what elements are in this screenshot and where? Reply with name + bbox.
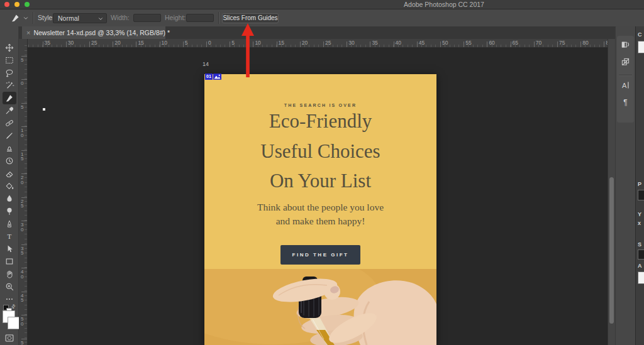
slice-number-badge: 01	[205, 74, 213, 80]
rectangle-tool[interactable]	[3, 255, 16, 268]
ruler-label: 20	[114, 40, 120, 46]
slices-from-guides-button[interactable]: Slices From Guides	[222, 13, 279, 23]
ruler-tick	[417, 41, 418, 47]
panel-fragment-field[interactable]	[638, 271, 644, 284]
panel-fragment-label: A	[638, 263, 642, 269]
right-edge-panel: CPYxSA	[635, 26, 644, 345]
ruler-label: 30	[348, 40, 354, 46]
panel-fragment-label: S	[638, 241, 641, 248]
path-selection-tool[interactable]	[3, 243, 16, 255]
tab-close-icon[interactable]: ×	[26, 26, 30, 39]
history-brush-tool[interactable]	[3, 155, 16, 167]
ruler-tick	[206, 41, 207, 47]
divider	[619, 75, 632, 76]
dodge-tool[interactable]	[3, 205, 16, 217]
ruler-tick	[580, 41, 581, 47]
scrollbar-thumb[interactable]	[609, 177, 614, 324]
ruler-tick	[370, 41, 370, 47]
hand-tool[interactable]	[3, 268, 16, 280]
styles-icon[interactable]	[619, 55, 632, 68]
ruler-tick	[440, 41, 441, 47]
ruler-label: 4 5	[21, 293, 23, 303]
tab-title: Newsletter 14-xd.psd @ 33,3% (14, RGB/8#…	[33, 29, 170, 36]
lasso-tool[interactable]	[3, 67, 16, 79]
divider	[218, 12, 219, 24]
panel-fragment-label: Y	[638, 211, 641, 217]
ruler-tick	[21, 56, 27, 57]
ruler-tick	[113, 41, 113, 47]
ruler-label: 35	[45, 40, 50, 46]
layer-comps-icon[interactable]	[619, 38, 632, 52]
zoom-window-button[interactable]	[25, 2, 30, 7]
zoom-tool[interactable]	[3, 280, 16, 293]
eraser-tool[interactable]	[3, 167, 16, 180]
minimize-window-button[interactable]	[14, 2, 19, 7]
document-canvas[interactable]: THE SEARCH IS OVER Eco-Friendly Useful C…	[204, 74, 436, 345]
ruler-tick	[21, 292, 27, 292]
pen-tool[interactable]	[3, 217, 16, 230]
style-select[interactable]: Normal	[53, 13, 107, 23]
slice-tool-icon[interactable]	[10, 13, 21, 23]
style-select-value: Normal	[58, 14, 79, 22]
annotation-arrow-up	[241, 23, 255, 77]
vertical-scrollbar[interactable]	[608, 39, 615, 345]
close-window-button[interactable]	[4, 2, 9, 7]
ruler-label: 5	[21, 105, 23, 110]
panel-dock	[615, 26, 635, 345]
ruler-tick	[394, 41, 394, 47]
ruler-tick	[21, 268, 27, 268]
ruler-label: 80	[582, 40, 588, 46]
width-label: Width:	[111, 14, 130, 21]
slice-tool[interactable]	[3, 92, 16, 104]
ruler-tick	[21, 150, 27, 151]
character-panel-icon[interactable]	[619, 79, 632, 92]
eyedropper-tool[interactable]	[3, 104, 16, 117]
rectangular-marquee-tool[interactable]	[3, 54, 16, 67]
ruler-label: 10	[255, 40, 260, 46]
quick-mask-icon[interactable]	[4, 332, 15, 344]
paragraph-panel-icon[interactable]	[619, 96, 632, 109]
panel-fragment-field[interactable]	[638, 190, 644, 200]
panel-fragment-label: x	[638, 220, 641, 226]
chevron-down-icon	[97, 16, 104, 22]
healing-brush-tool[interactable]	[3, 117, 16, 129]
newsletter-subtitle-line: and make them happy!	[204, 216, 436, 227]
ruler-tick	[300, 41, 301, 47]
tool-preset-chevron-icon[interactable]	[23, 15, 29, 21]
ruler-label: 2 5	[21, 199, 23, 209]
ruler-tick	[136, 41, 136, 47]
ruler-tick	[230, 41, 230, 47]
ruler-label: 10	[162, 40, 167, 46]
ruler-label: 1 0	[21, 128, 23, 138]
tools-panel: ⇄	[0, 26, 19, 345]
gradient-tool[interactable]	[3, 180, 16, 192]
ruler-label: 25	[325, 40, 331, 46]
ruler-tick	[160, 41, 160, 47]
divider	[33, 12, 34, 24]
ruler-tick	[557, 41, 558, 47]
height-input[interactable]	[186, 14, 214, 22]
blur-tool[interactable]	[3, 192, 16, 205]
ruler-label: 20	[302, 40, 308, 46]
type-tool[interactable]	[3, 230, 16, 243]
brush-tool[interactable]	[3, 129, 16, 142]
ruler-tick	[21, 244, 27, 245]
ruler-label: 4 0	[21, 270, 23, 279]
panel-fragment-field[interactable]	[638, 249, 644, 260]
newsletter-subtitle-line: Think about the people you love	[204, 202, 436, 213]
ruler-label: 65	[513, 40, 518, 46]
magic-wand-tool[interactable]	[3, 79, 16, 92]
document-tab[interactable]: ×Newsletter 14-xd.psd @ 33,3% (14, RGB/8…	[22, 26, 165, 39]
move-tool[interactable]	[3, 41, 16, 54]
panel-fragment-field[interactable]	[638, 41, 644, 53]
ruler-label: 75	[559, 40, 565, 46]
horizontal-ruler: 3530252015105051015202530354045505560657…	[28, 39, 608, 48]
ruler-label: 45	[419, 40, 425, 46]
background-color-swatch[interactable]	[8, 317, 20, 329]
width-input[interactable]	[133, 14, 161, 22]
ruler-label: 5 0	[21, 317, 23, 326]
height-label: Height:	[165, 14, 186, 21]
panel-fragment-label: C	[638, 31, 642, 38]
clone-stamp-tool[interactable]	[3, 142, 16, 155]
dock-icon-well	[617, 36, 634, 123]
